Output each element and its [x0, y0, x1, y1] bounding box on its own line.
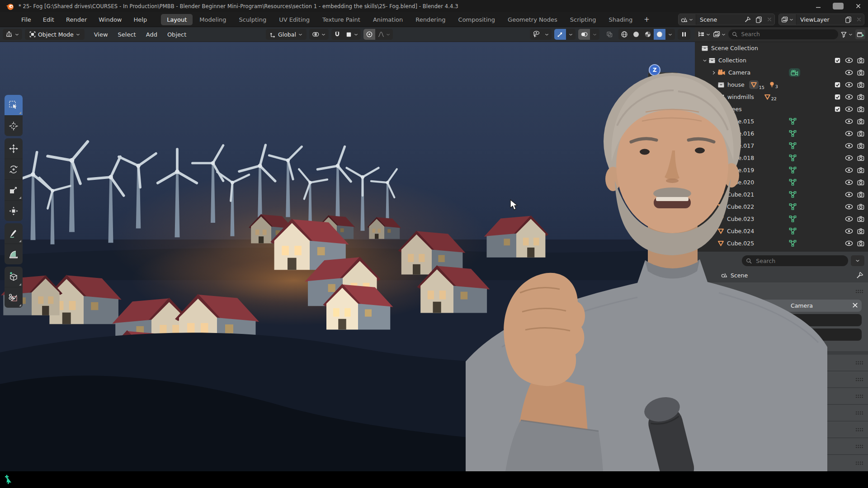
outliner-item-label[interactable]: Cube.018 — [727, 155, 754, 161]
menu-add[interactable]: Add — [141, 30, 162, 39]
disable-render-camera-icon[interactable] — [857, 142, 864, 149]
collapsed-panel[interactable] — [698, 438, 868, 454]
disable-render-camera-icon[interactable] — [857, 130, 864, 137]
outliner-row[interactable]: Cube.023 — [695, 213, 868, 225]
new-scene-button[interactable] — [753, 14, 764, 25]
outliner-row[interactable]: Scene Collection — [695, 42, 868, 54]
overlays-toggle[interactable] — [578, 29, 590, 40]
hide-eye-icon[interactable] — [845, 240, 853, 246]
outliner-row[interactable]: trees — [695, 103, 868, 115]
disable-render-camera-icon[interactable] — [857, 203, 864, 210]
outliner-item-label[interactable]: Camera — [728, 69, 750, 76]
menu-view[interactable]: View — [89, 30, 113, 39]
hide-eye-icon[interactable] — [845, 143, 853, 149]
overlays-dropdown[interactable] — [590, 29, 599, 40]
outliner-row[interactable]: Cube.020 — [695, 176, 868, 188]
hide-eye-icon[interactable] — [845, 94, 853, 100]
shading-dropdown[interactable] — [665, 29, 675, 40]
scene-browse-button[interactable] — [679, 14, 696, 25]
outliner-item-label[interactable]: Cube.023 — [727, 216, 754, 222]
hide-eye-icon[interactable] — [845, 57, 853, 63]
mode-selector[interactable]: Object Mode — [25, 29, 85, 40]
disable-render-camera-icon[interactable] — [857, 57, 864, 64]
disable-render-camera-icon[interactable] — [857, 81, 864, 88]
exclude-checkbox[interactable] — [835, 106, 841, 113]
tool-transform[interactable] — [5, 201, 23, 221]
disable-render-camera-icon[interactable] — [857, 106, 864, 113]
hide-eye-icon[interactable] — [845, 204, 853, 210]
disable-render-camera-icon[interactable] — [857, 155, 864, 161]
collapsed-panel[interactable] — [698, 355, 868, 371]
tool-rotate[interactable] — [5, 159, 23, 180]
visibility-dropdown[interactable] — [542, 29, 552, 40]
collapse-caret-icon[interactable] — [710, 70, 717, 75]
outliner-row[interactable]: Cube.018 — [695, 152, 868, 164]
pivot-point-selector[interactable] — [309, 29, 329, 40]
expand-caret-icon[interactable] — [701, 58, 708, 63]
shading-solid-button[interactable] — [630, 29, 642, 40]
clear-camera-button[interactable] — [852, 302, 859, 309]
outliner-row[interactable]: Camera — [695, 66, 868, 79]
collapse-caret-icon[interactable] — [710, 229, 717, 234]
outliner-item-label[interactable]: Cube.021 — [727, 191, 754, 198]
tab-sculpting[interactable]: Sculpting — [233, 14, 272, 25]
outliner-item-label[interactable]: Collection — [718, 57, 746, 64]
tool-scale[interactable] — [5, 180, 23, 201]
selectability-visibility-button[interactable] — [530, 29, 542, 40]
exclude-checkbox[interactable] — [835, 94, 841, 100]
outliner-item-label[interactable]: windmills — [727, 94, 754, 100]
outliner-item-label[interactable]: Cube.017 — [727, 142, 754, 149]
tool-measure[interactable] — [5, 244, 23, 264]
close-button[interactable] — [848, 0, 868, 12]
collapsed-panel[interactable] — [698, 405, 868, 421]
orientation-selector[interactable]: Global — [266, 29, 307, 40]
collapsed-panel[interactable] — [698, 388, 868, 404]
xray-toggle[interactable] — [603, 29, 616, 40]
viewlayer-name[interactable]: ViewLayer — [797, 16, 843, 23]
menu-file[interactable]: File — [15, 14, 37, 25]
outliner-item-label[interactable]: Cube.019 — [727, 167, 754, 174]
tab-uv-editing[interactable]: UV Editing — [273, 14, 316, 25]
outliner-item-label[interactable]: Cube.016 — [727, 130, 754, 137]
property-field[interactable] — [742, 314, 862, 326]
axis-gizmo-z[interactable]: Z — [649, 64, 660, 76]
properties-search-input[interactable] — [755, 257, 844, 265]
panel-grip-icon[interactable] — [855, 427, 863, 432]
outliner-row[interactable]: Cube.015 — [695, 115, 868, 127]
pause-button[interactable] — [678, 29, 690, 40]
outliner-item-label[interactable]: Cube.024 — [727, 228, 754, 235]
panel-grip-icon[interactable] — [855, 411, 863, 415]
outliner-item-label[interactable]: trees — [727, 106, 742, 113]
hide-eye-icon[interactable] — [845, 82, 853, 88]
outliner-row[interactable]: Collection — [695, 54, 868, 66]
hide-eye-icon[interactable] — [845, 70, 853, 75]
outliner-item-label[interactable]: Cube.025 — [727, 240, 754, 247]
outliner-item-label[interactable]: Cube.022 — [727, 203, 754, 210]
maximize-button[interactable] — [828, 0, 848, 12]
pin-scene-button[interactable] — [742, 14, 753, 25]
tool-annotate[interactable] — [5, 223, 23, 244]
collapse-caret-icon[interactable] — [710, 216, 717, 222]
outliner-row[interactable]: Cube.025 — [695, 237, 868, 249]
disable-render-camera-icon[interactable] — [857, 69, 864, 76]
exclude-checkbox[interactable] — [835, 57, 841, 64]
panel-grip-icon[interactable] — [855, 461, 863, 465]
hide-eye-icon[interactable] — [845, 179, 853, 185]
tab-layout[interactable]: Layout — [161, 14, 193, 25]
disable-render-camera-icon[interactable] — [857, 118, 864, 125]
camera-field[interactable]: Camera — [742, 300, 862, 312]
outliner-editor-type-button[interactable] — [698, 31, 711, 38]
scene-name[interactable]: Scene — [696, 16, 742, 23]
disable-render-camera-icon[interactable] — [857, 191, 864, 198]
add-workspace-button[interactable]: + — [639, 14, 654, 24]
menu-select[interactable]: Select — [113, 30, 141, 39]
hide-eye-icon[interactable] — [845, 192, 853, 197]
tab-compositing[interactable]: Compositing — [453, 14, 501, 25]
new-viewlayer-button[interactable] — [843, 14, 854, 25]
menu-help[interactable]: Help — [128, 14, 153, 25]
snap-toggle[interactable] — [331, 29, 343, 40]
gizmos-toggle[interactable] — [554, 29, 566, 40]
breadcrumb-label[interactable]: Scene — [731, 272, 748, 279]
menu-object[interactable]: Object — [162, 30, 191, 39]
outliner-row[interactable]: Cube.017 — [695, 140, 868, 152]
